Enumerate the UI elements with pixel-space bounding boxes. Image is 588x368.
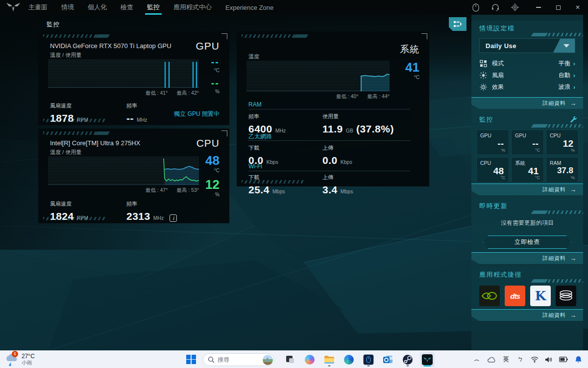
- tile-label: CPU: [550, 132, 561, 138]
- cpu-freq-unit: MHz: [153, 215, 164, 221]
- system-temp-max: 最高 : 44°: [367, 93, 390, 100]
- cpu-gauge: CPU 48 °C 12 %: [181, 137, 220, 197]
- weather-desc: 小雨: [22, 360, 35, 366]
- ime-language-indicator[interactable]: 英: [502, 354, 510, 366]
- profile-row-mode[interactable]: 模式 平衡 ›: [479, 58, 575, 69]
- ime-mode-indicator[interactable]: ㄅ: [516, 354, 524, 366]
- predator-sense-button[interactable]: [420, 352, 435, 367]
- header-slash-decor: [545, 33, 583, 36]
- outlook-button[interactable]: [381, 352, 395, 367]
- ethernet-upload-stat: 上傳 0.0 Kbps: [322, 144, 352, 166]
- coil-app-icon[interactable]: [556, 286, 576, 306]
- gpu-graph: [48, 59, 199, 88]
- wifi-download-stat: 下載 25.4 Mbps: [248, 174, 285, 196]
- profile-row-fan[interactable]: 風扇 自動 ›: [479, 70, 575, 80]
- system-temp-min: 最低 : 40°: [336, 93, 359, 100]
- gpu-freq-value: --: [126, 112, 134, 124]
- notification-bell-icon[interactable]: [574, 354, 582, 366]
- system-gauge-label: 系統: [381, 43, 419, 56]
- monitor-tiles: GPU -- % GPU -- °C CPU 12 %: [476, 130, 579, 183]
- nav-monitor[interactable]: 監控: [147, 0, 160, 15]
- nav-check[interactable]: 檢查: [121, 0, 133, 15]
- arrow-right-icon: →: [570, 255, 576, 262]
- gpu-temp-min: 最低 : 41°: [146, 90, 168, 97]
- shortcuts-details-link[interactable]: 詳細資料 →: [471, 309, 583, 321]
- nvidia-app-icon[interactable]: [479, 286, 500, 306]
- onedrive-icon[interactable]: [487, 354, 496, 366]
- gpu-gauge: GPU -- °C -- %: [181, 40, 220, 94]
- update-status-message: 沒有需要更新的項目: [471, 219, 583, 227]
- profile-row-effect[interactable]: 效果 波浪 ›: [479, 81, 575, 92]
- cpu-fan-label: 風扇速度: [50, 200, 88, 208]
- header-slash-decor: [545, 210, 583, 214]
- tile-unit: %: [571, 148, 575, 153]
- weather-temp: 27°C: [22, 353, 35, 360]
- cpu-freq-info-icon[interactable]: i: [170, 214, 177, 222]
- peripheral-app-button[interactable]: [361, 352, 376, 367]
- tile-value: 37.8: [557, 166, 573, 176]
- arrow-right-icon: →: [570, 100, 576, 106]
- right-sidebar: 情境設定檔 Daily Use 模式 平衡 ›: [471, 15, 583, 350]
- hatch-wedge-decor: [95, 34, 110, 38]
- nav-personalize[interactable]: 個人化: [88, 0, 107, 15]
- effect-icon: [479, 83, 488, 91]
- cpu-gauge-label: CPU: [181, 137, 220, 149]
- copilot-button[interactable]: [302, 352, 317, 367]
- mode-icon: [479, 59, 488, 68]
- ram-usage-unit: GB: [346, 128, 353, 133]
- tile-system-temp: 系統 41 °C: [511, 157, 544, 183]
- minimize-button[interactable]: [535, 4, 542, 11]
- dts-label: dts: [510, 292, 520, 300]
- scenario-profile-header: 情境設定檔: [471, 21, 583, 36]
- killer-app-icon[interactable]: K: [530, 286, 551, 306]
- search-input[interactable]: [218, 356, 260, 363]
- nav-scenario[interactable]: 情境: [61, 0, 74, 15]
- tile-label: GPU: [515, 132, 526, 138]
- gpu-freq-label: 頻率: [126, 102, 147, 109]
- nav-home[interactable]: 主畫面: [28, 0, 48, 15]
- settings-gear-icon[interactable]: [511, 3, 519, 12]
- headset-icon[interactable]: [491, 3, 500, 12]
- wrench-icon[interactable]: [569, 116, 577, 124]
- gpu-gauge-label: GPU: [181, 40, 220, 52]
- volume-icon[interactable]: [545, 354, 553, 366]
- ram-freq-stat: 頻率 6400 MHz: [248, 113, 286, 135]
- search-box[interactable]: [203, 353, 274, 366]
- nav-app-center[interactable]: 應用程式中心: [173, 0, 212, 15]
- peripheral-device-icon[interactable]: [471, 3, 480, 12]
- close-button[interactable]: ✕: [574, 4, 581, 11]
- cpu-fan-value: 1824: [50, 210, 74, 222]
- profile-details-link[interactable]: 詳細資料 →: [471, 97, 583, 109]
- task-view-button[interactable]: [283, 352, 297, 367]
- steam-button[interactable]: [400, 352, 415, 367]
- hidden-icons-chevron[interactable]: ︿: [473, 354, 481, 366]
- weather-widget[interactable]: 6 27°C 小雨: [0, 353, 59, 366]
- wifi-icon[interactable]: [531, 354, 539, 366]
- update-details-link[interactable]: 詳細資料 →: [471, 252, 583, 264]
- edge-button[interactable]: [342, 352, 356, 367]
- monitor-details-link[interactable]: 詳細資料 →: [471, 184, 583, 195]
- search-highlight-image[interactable]: [263, 355, 273, 365]
- outlook-icon: [383, 354, 393, 365]
- cpu-usage-unit: %: [181, 192, 220, 197]
- steam-icon: [402, 354, 413, 365]
- panel-toggle-button[interactable]: [449, 17, 466, 31]
- maximize-button[interactable]: [555, 4, 562, 11]
- profile-dropdown[interactable]: Daily Use: [479, 38, 575, 53]
- ram-section-header: RAM: [248, 101, 262, 108]
- battery-icon[interactable]: [559, 354, 568, 366]
- main-nav: 主畫面 情境 個人化 檢查 監控 應用程式中心 Experience Zone: [28, 0, 273, 15]
- nav-experience-zone[interactable]: Experience Zone: [225, 0, 273, 15]
- cpu-temp-value: 48: [181, 154, 220, 167]
- start-button[interactable]: [184, 352, 198, 367]
- cpu-fan-stat: 風扇速度 1824 RPM: [50, 200, 88, 222]
- ram-usage-percent: (37.8%): [356, 123, 394, 135]
- predator-sense-window: 主畫面 情境 個人化 檢查 監控 應用程式中心 Experience Zone …: [0, 0, 588, 368]
- task-view-icon: [285, 355, 295, 365]
- check-now-button[interactable]: 立即檢查: [483, 236, 571, 249]
- cpu-title: Intel[R] Core[TM] Ultra 9 275HX: [50, 139, 140, 147]
- dts-app-icon[interactable]: dts: [505, 286, 525, 306]
- arrow-right-icon: →: [570, 186, 576, 193]
- cpu-temp-min: 最低 : 47°: [146, 187, 168, 194]
- file-explorer-button[interactable]: [322, 352, 337, 367]
